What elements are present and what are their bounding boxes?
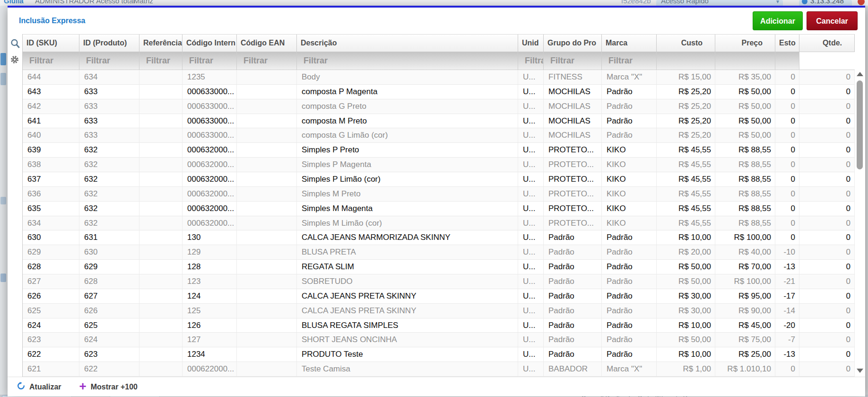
cell-qtde: 0 <box>799 172 855 186</box>
table-row[interactable]: 635632000632000...Simples M MagentaU...P… <box>23 202 855 216</box>
table-row[interactable]: 6446341235BodyU...FITNESSMarca "X"R$ 15,… <box>23 70 855 85</box>
cell-qtde: 0 <box>799 202 855 216</box>
show-more-label: Mostrar +100 <box>91 383 138 391</box>
sidebar-icon-fragment <box>0 197 6 204</box>
cell-descri-o: Simples P Preto <box>297 143 518 157</box>
table-row[interactable]: 623624127SHORT JEANS ONCINHAU...PadrãoPa… <box>23 333 855 347</box>
column-header-qtde[interactable]: Qtde. <box>799 35 855 52</box>
cell-id-sku: 621 <box>23 362 79 376</box>
cell-marca: Padrão <box>602 333 657 347</box>
cell-grupo-do-pro: Padrão <box>544 230 602 245</box>
table-row[interactable]: 638632000632000...Simples P MagentaU...P… <box>23 158 855 172</box>
table-row[interactable]: 640633000633000...composta G Limão (cor)… <box>23 128 855 143</box>
table-row[interactable]: 641633000633000...composta M PretoU...MO… <box>23 114 855 129</box>
table-row[interactable]: 643633000633000...composta P MagentaU...… <box>23 85 855 99</box>
table-row[interactable]: 6226231234PRODUTO TesteU...PadrãoPadrãoR… <box>23 347 855 362</box>
column-header-id-sku[interactable]: ID (SKU) <box>23 35 79 52</box>
column-header-c-digo-intern[interactable]: Código Intern <box>182 35 237 52</box>
table-row[interactable]: 627628123SOBRETUDOU...PadrãoPadrãoR$ 50,… <box>23 274 855 289</box>
column-header-c-digo-ean[interactable]: Código EAN <box>237 35 297 52</box>
cell-c-digo-intern: 1235 <box>182 70 237 84</box>
table-row[interactable]: 630631130CALCA JEANS MARMORIZADA SKINNYU… <box>23 230 855 245</box>
table-row[interactable]: 642633000633000...composta G PretoU...MO… <box>23 99 855 114</box>
cell-refer-ncia <box>139 158 182 172</box>
column-header-refer-ncia[interactable]: Referência <box>139 35 182 52</box>
column-header-custo[interactable]: Custo <box>657 35 715 52</box>
table-row[interactable]: 629630129BLUSA PRETAU...PadrãoPadrãoR$ 2… <box>23 245 855 260</box>
column-header-grupo-do-pro[interactable]: Grupo do Pro <box>544 35 602 52</box>
cell-c-digo-intern: 000633000... <box>182 128 237 142</box>
table-row[interactable]: 626627124CALCA JEANS PRETA SKINNYU...Pad… <box>23 289 855 304</box>
cell-c-digo-ean <box>237 245 297 259</box>
cell-c-digo-ean <box>237 274 297 289</box>
cancel-button[interactable]: Cancelar <box>807 11 858 30</box>
table-row[interactable]: 636632000632000...Simples M PretoU...PRO… <box>23 187 855 202</box>
cell-grupo-do-pro: Padrão <box>544 347 602 362</box>
cell-custo: R$ 45,55 <box>657 202 715 216</box>
cell-grupo-do-pro: Padrão <box>544 333 602 347</box>
cell-qtde: 0 <box>799 143 855 157</box>
table-row[interactable]: 634632000632000...Simples M Limão (cor)U… <box>23 216 855 231</box>
table-row[interactable]: 625626125CALCA JEANS PRETA SKINNYU...Pad… <box>23 304 855 318</box>
filter-cell-id-produto <box>79 52 139 70</box>
table-row[interactable]: 621622000622000...Teste CamisaU...BABADO… <box>23 362 855 377</box>
refresh-button[interactable]: Atualizar <box>17 382 61 392</box>
filter-input-unid[interactable] <box>518 52 543 70</box>
column-header-marca[interactable]: Marca <box>602 35 657 52</box>
scroll-up-icon[interactable] <box>857 72 863 76</box>
table-row[interactable]: 637632000632000...Simples P Limão (cor)U… <box>23 172 855 187</box>
cell-esto: 0 <box>775 70 799 84</box>
cell-descri-o: CALCA JEANS PRETA SKINNY <box>297 304 518 318</box>
scroll-down-icon[interactable] <box>857 369 863 373</box>
show-more-button[interactable]: + Mostrar +100 <box>79 383 138 391</box>
cell-pre-o: R$ 50,00 <box>715 128 775 142</box>
cell-c-digo-ean <box>237 216 297 230</box>
cell-refer-ncia <box>139 230 182 245</box>
column-header-descri-o[interactable]: Descrição <box>297 35 518 52</box>
cell-id-produto: 624 <box>79 333 139 347</box>
cell-id-sku: 627 <box>23 274 79 289</box>
filter-input-marca[interactable] <box>602 52 656 70</box>
table-row[interactable]: 639632000632000...Simples P PretoU...PRO… <box>23 143 855 158</box>
cell-qtde: 0 <box>799 289 855 303</box>
cell-id-produto: 633 <box>79 85 139 99</box>
cell-esto: -13 <box>775 347 799 362</box>
filter-input-grupo-do-pro[interactable] <box>544 52 601 70</box>
cell-unid: U... <box>518 202 544 216</box>
filter-input-descri-o[interactable] <box>297 52 518 70</box>
cell-c-digo-intern: 000632000... <box>182 202 237 216</box>
cell-custo: R$ 45,55 <box>657 172 715 186</box>
cell-esto: 0 <box>775 187 799 201</box>
cell-descri-o: Simples M Limão (cor) <box>297 216 518 230</box>
filter-input-c-digo-intern[interactable] <box>182 52 236 70</box>
gear-icon[interactable] <box>10 55 20 66</box>
cell-unid: U... <box>518 333 544 347</box>
cell-id-produto: 629 <box>79 260 139 274</box>
cell-c-digo-intern: 000632000... <box>182 216 237 230</box>
cell-c-digo-intern: 128 <box>182 260 237 274</box>
filter-input-c-digo-ean[interactable] <box>237 52 296 70</box>
column-header-id-produto[interactable]: ID (Produto) <box>79 35 139 52</box>
add-button[interactable]: Adicionar <box>753 11 803 30</box>
cell-pre-o: R$ 50,00 <box>715 114 775 128</box>
cell-descri-o: composta M Preto <box>297 114 518 128</box>
cell-unid: U... <box>518 99 544 114</box>
table-row[interactable]: 624625126BLUSA REGATA SIMPLESU...PadrãoP… <box>23 318 855 333</box>
table-row[interactable]: 628629128REGATA SLIMU...PadrãoPadrãoR$ 5… <box>23 260 855 274</box>
column-header-pre-o[interactable]: Preço <box>715 35 775 52</box>
cell-pre-o: R$ 88,55 <box>715 143 775 157</box>
cell-pre-o: R$ 1.010,10 <box>715 362 775 376</box>
cell-unid: U... <box>518 274 544 289</box>
cell-descri-o: Simples M Preto <box>297 187 518 201</box>
scrollbar-thumb[interactable] <box>857 80 863 169</box>
cell-marca: KIKO <box>602 187 657 201</box>
plus-icon: + <box>79 381 87 391</box>
column-header-unid[interactable]: Unid <box>518 35 544 52</box>
filter-input-id-produto[interactable] <box>79 52 139 70</box>
filter-input-id-sku[interactable] <box>23 52 79 70</box>
cell-refer-ncia <box>139 260 182 274</box>
filter-input-refer-ncia[interactable] <box>139 52 182 70</box>
cell-id-sku: 625 <box>23 304 79 318</box>
search-icon[interactable] <box>10 38 20 50</box>
column-header-esto[interactable]: Esto <box>775 35 799 52</box>
